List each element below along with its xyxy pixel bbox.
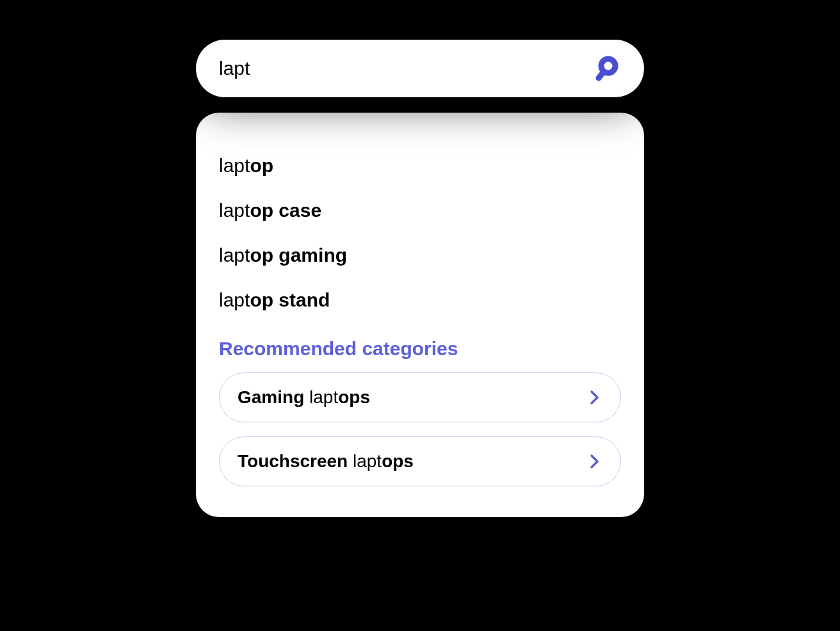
suggestion-match: lapt xyxy=(219,200,250,221)
suggestion-rest: op xyxy=(250,155,273,176)
suggestion-item[interactable]: laptop gaming xyxy=(219,233,621,278)
search-input[interactable] xyxy=(219,58,594,79)
suggestion-item[interactable]: laptop case xyxy=(219,188,621,233)
search-bar xyxy=(196,40,644,97)
suggestion-match: lapt xyxy=(219,155,250,176)
suggestion-rest: op stand xyxy=(250,289,330,310)
autocomplete-dropdown: laptop laptop case laptop gaming laptop … xyxy=(196,113,644,517)
search-icon[interactable] xyxy=(594,53,625,84)
chevron-right-icon xyxy=(587,454,602,469)
suggestion-rest: op case xyxy=(250,200,321,221)
search-autocomplete-container: laptop laptop case laptop gaming laptop … xyxy=(196,40,644,517)
category-item[interactable]: Gaming laptops xyxy=(219,372,621,422)
category-label: Touchscreen laptops xyxy=(238,451,414,472)
suggestion-item[interactable]: laptop stand xyxy=(219,278,621,323)
suggestion-item[interactable]: laptop xyxy=(219,143,621,188)
recommended-categories-title: Recommended categories xyxy=(219,338,621,360)
svg-line-1 xyxy=(599,72,603,78)
category-label: Gaming laptops xyxy=(238,387,370,408)
category-item[interactable]: Touchscreen laptops xyxy=(219,436,621,486)
chevron-right-icon xyxy=(587,390,602,405)
suggestion-rest: op gaming xyxy=(250,244,347,266)
suggestion-match: lapt xyxy=(219,289,250,310)
suggestion-match: lapt xyxy=(219,244,250,266)
